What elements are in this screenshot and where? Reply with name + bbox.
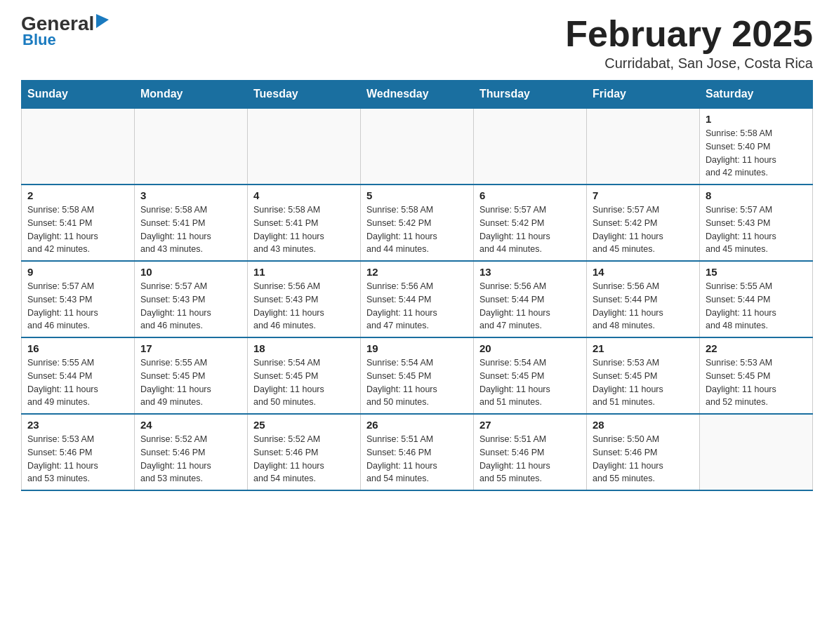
calendar-cell: 8Sunrise: 5:57 AMSunset: 5:43 PMDaylight… <box>700 185 813 261</box>
day-number: 1 <box>706 113 807 125</box>
calendar-cell: 20Sunrise: 5:54 AMSunset: 5:45 PMDayligh… <box>474 337 587 414</box>
calendar-cell: 18Sunrise: 5:54 AMSunset: 5:45 PMDayligh… <box>248 337 361 414</box>
calendar-cell: 25Sunrise: 5:52 AMSunset: 5:46 PMDayligh… <box>248 414 361 490</box>
calendar-cell: 26Sunrise: 5:51 AMSunset: 5:46 PMDayligh… <box>361 414 474 490</box>
calendar-cell: 27Sunrise: 5:51 AMSunset: 5:46 PMDayligh… <box>474 414 587 490</box>
day-info: Sunrise: 5:55 AMSunset: 5:45 PMDaylight:… <box>140 356 241 409</box>
calendar-cell: 21Sunrise: 5:53 AMSunset: 5:45 PMDayligh… <box>587 337 700 414</box>
day-number: 8 <box>706 189 807 201</box>
calendar-cell <box>361 108 474 185</box>
day-number: 6 <box>479 189 581 201</box>
day-number: 25 <box>253 419 355 431</box>
day-info: Sunrise: 5:53 AMSunset: 5:45 PMDaylight:… <box>706 356 807 409</box>
day-info: Sunrise: 5:57 AMSunset: 5:43 PMDaylight:… <box>140 280 241 333</box>
calendar-cell <box>587 108 700 185</box>
day-number: 17 <box>140 342 241 354</box>
calendar-cell: 17Sunrise: 5:55 AMSunset: 5:45 PMDayligh… <box>135 337 248 414</box>
day-info: Sunrise: 5:55 AMSunset: 5:44 PMDaylight:… <box>27 356 128 409</box>
day-number: 11 <box>253 266 355 278</box>
day-number: 4 <box>253 189 355 201</box>
calendar-cell: 14Sunrise: 5:56 AMSunset: 5:44 PMDayligh… <box>587 261 700 337</box>
calendar-week-row: 16Sunrise: 5:55 AMSunset: 5:44 PMDayligh… <box>22 337 813 414</box>
weekday-header-wednesday: Wednesday <box>361 81 474 109</box>
calendar-week-row: 23Sunrise: 5:53 AMSunset: 5:46 PMDayligh… <box>22 414 813 490</box>
weekday-header-saturday: Saturday <box>700 81 813 109</box>
day-info: Sunrise: 5:54 AMSunset: 5:45 PMDaylight:… <box>366 356 468 409</box>
calendar-cell: 23Sunrise: 5:53 AMSunset: 5:46 PMDayligh… <box>22 414 135 490</box>
calendar-cell: 24Sunrise: 5:52 AMSunset: 5:46 PMDayligh… <box>135 414 248 490</box>
day-number: 19 <box>366 342 468 354</box>
calendar-cell <box>474 108 587 185</box>
day-info: Sunrise: 5:56 AMSunset: 5:43 PMDaylight:… <box>253 280 355 333</box>
location-subtitle: Curridabat, San Jose, Costa Rica <box>565 55 813 72</box>
day-info: Sunrise: 5:56 AMSunset: 5:44 PMDaylight:… <box>479 280 581 333</box>
day-number: 20 <box>479 342 581 354</box>
calendar-table: SundayMondayTuesdayWednesdayThursdayFrid… <box>21 80 813 491</box>
weekday-header-sunday: Sunday <box>22 81 135 109</box>
day-info: Sunrise: 5:57 AMSunset: 5:42 PMDaylight:… <box>479 203 581 256</box>
page-header: General Blue February 2025 Curridabat, S… <box>21 14 813 72</box>
calendar-cell <box>700 414 813 490</box>
day-info: Sunrise: 5:50 AMSunset: 5:46 PMDaylight:… <box>593 433 694 485</box>
calendar-cell: 6Sunrise: 5:57 AMSunset: 5:42 PMDaylight… <box>474 185 587 261</box>
calendar-cell: 28Sunrise: 5:50 AMSunset: 5:46 PMDayligh… <box>587 414 700 490</box>
calendar-cell: 19Sunrise: 5:54 AMSunset: 5:45 PMDayligh… <box>361 337 474 414</box>
day-number: 7 <box>593 189 694 201</box>
calendar-cell <box>248 108 361 185</box>
day-info: Sunrise: 5:54 AMSunset: 5:45 PMDaylight:… <box>253 356 355 409</box>
weekday-header-tuesday: Tuesday <box>248 81 361 109</box>
calendar-week-row: 2Sunrise: 5:58 AMSunset: 5:41 PMDaylight… <box>22 185 813 261</box>
calendar-week-row: 9Sunrise: 5:57 AMSunset: 5:43 PMDaylight… <box>22 261 813 337</box>
calendar-cell: 22Sunrise: 5:53 AMSunset: 5:45 PMDayligh… <box>700 337 813 414</box>
day-info: Sunrise: 5:52 AMSunset: 5:46 PMDaylight:… <box>253 433 355 485</box>
calendar-cell: 7Sunrise: 5:57 AMSunset: 5:42 PMDaylight… <box>587 185 700 261</box>
day-info: Sunrise: 5:58 AMSunset: 5:41 PMDaylight:… <box>253 203 355 256</box>
day-info: Sunrise: 5:58 AMSunset: 5:42 PMDaylight:… <box>366 203 468 256</box>
day-info: Sunrise: 5:51 AMSunset: 5:46 PMDaylight:… <box>366 433 468 485</box>
day-number: 3 <box>140 189 241 201</box>
calendar-cell: 11Sunrise: 5:56 AMSunset: 5:43 PMDayligh… <box>248 261 361 337</box>
day-number: 26 <box>366 419 468 431</box>
day-info: Sunrise: 5:58 AMSunset: 5:41 PMDaylight:… <box>27 203 128 256</box>
day-number: 18 <box>253 342 355 354</box>
calendar-cell: 15Sunrise: 5:55 AMSunset: 5:44 PMDayligh… <box>700 261 813 337</box>
day-number: 14 <box>593 266 694 278</box>
calendar-cell: 10Sunrise: 5:57 AMSunset: 5:43 PMDayligh… <box>135 261 248 337</box>
calendar-header-row: SundayMondayTuesdayWednesdayThursdayFrid… <box>22 81 813 109</box>
day-info: Sunrise: 5:56 AMSunset: 5:44 PMDaylight:… <box>366 280 468 333</box>
calendar-cell: 9Sunrise: 5:57 AMSunset: 5:43 PMDaylight… <box>22 261 135 337</box>
day-info: Sunrise: 5:56 AMSunset: 5:44 PMDaylight:… <box>593 280 694 333</box>
calendar-cell: 16Sunrise: 5:55 AMSunset: 5:44 PMDayligh… <box>22 337 135 414</box>
calendar-cell: 1Sunrise: 5:58 AMSunset: 5:40 PMDaylight… <box>700 108 813 185</box>
day-info: Sunrise: 5:58 AMSunset: 5:41 PMDaylight:… <box>140 203 241 256</box>
day-number: 9 <box>27 266 128 278</box>
day-number: 5 <box>366 189 468 201</box>
calendar-cell <box>22 108 135 185</box>
calendar-cell: 5Sunrise: 5:58 AMSunset: 5:42 PMDaylight… <box>361 185 474 261</box>
calendar-cell: 2Sunrise: 5:58 AMSunset: 5:41 PMDaylight… <box>22 185 135 261</box>
day-info: Sunrise: 5:52 AMSunset: 5:46 PMDaylight:… <box>140 433 241 485</box>
day-number: 21 <box>593 342 694 354</box>
calendar-cell: 13Sunrise: 5:56 AMSunset: 5:44 PMDayligh… <box>474 261 587 337</box>
day-number: 2 <box>27 189 128 201</box>
day-info: Sunrise: 5:54 AMSunset: 5:45 PMDaylight:… <box>479 356 581 409</box>
month-title: February 2025 <box>565 14 813 54</box>
day-info: Sunrise: 5:58 AMSunset: 5:40 PMDaylight:… <box>706 127 807 180</box>
svg-marker-0 <box>96 14 109 28</box>
logo: General Blue <box>21 14 109 49</box>
day-info: Sunrise: 5:57 AMSunset: 5:43 PMDaylight:… <box>706 203 807 256</box>
day-number: 24 <box>140 419 241 431</box>
weekday-header-thursday: Thursday <box>474 81 587 109</box>
day-info: Sunrise: 5:57 AMSunset: 5:42 PMDaylight:… <box>593 203 694 256</box>
day-number: 10 <box>140 266 241 278</box>
day-number: 13 <box>479 266 581 278</box>
weekday-header-monday: Monday <box>135 81 248 109</box>
day-number: 16 <box>27 342 128 354</box>
day-number: 22 <box>706 342 807 354</box>
day-info: Sunrise: 5:57 AMSunset: 5:43 PMDaylight:… <box>27 280 128 333</box>
day-info: Sunrise: 5:53 AMSunset: 5:46 PMDaylight:… <box>27 433 128 485</box>
calendar-cell: 3Sunrise: 5:58 AMSunset: 5:41 PMDaylight… <box>135 185 248 261</box>
day-info: Sunrise: 5:51 AMSunset: 5:46 PMDaylight:… <box>479 433 581 485</box>
day-info: Sunrise: 5:55 AMSunset: 5:44 PMDaylight:… <box>706 280 807 333</box>
day-number: 23 <box>27 419 128 431</box>
